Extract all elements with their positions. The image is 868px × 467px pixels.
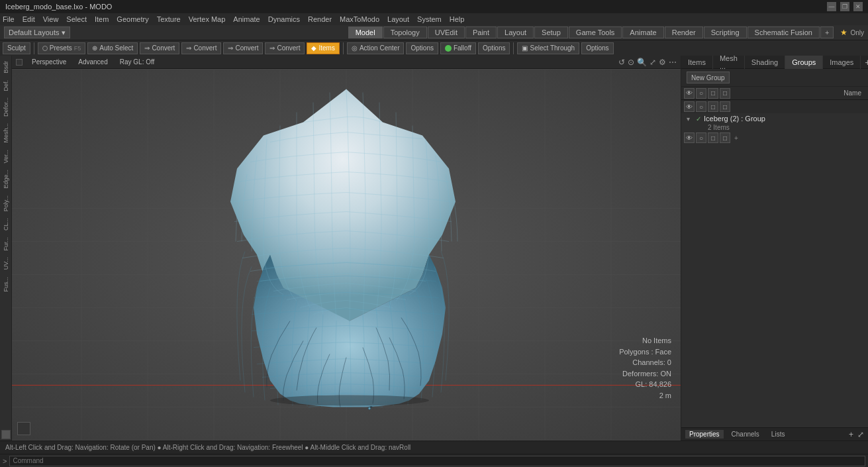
- toolbar-separator-3: [513, 42, 514, 54]
- rp-lock-icon[interactable]: □: [708, 88, 718, 99]
- right-tab-shading[interactable]: Shading: [745, 56, 785, 69]
- viewport-more-icon[interactable]: ⋯: [669, 58, 677, 67]
- convert3-button[interactable]: ⇒ Convert: [223, 42, 263, 54]
- tree-add-icon[interactable]: +: [734, 134, 738, 142]
- options1-button[interactable]: Options: [406, 42, 438, 54]
- tree-lock-icon-2[interactable]: □: [708, 132, 718, 143]
- tab-paint[interactable]: Paint: [465, 26, 497, 38]
- presets-button[interactable]: Presets F5: [38, 42, 85, 54]
- viewport-settings-icon[interactable]: ⚙: [659, 58, 666, 67]
- sidebar-tab-fur[interactable]: Fur...: [1, 234, 11, 254]
- menu-geometry[interactable]: Geometry: [117, 15, 148, 23]
- falloff-button[interactable]: Falloff: [440, 42, 476, 54]
- menu-layout[interactable]: Layout: [387, 15, 409, 23]
- sidebar-tab-fus[interactable]: Fus...: [1, 274, 11, 295]
- viewport-perspective-button[interactable]: Perspective: [29, 58, 69, 66]
- menu-system[interactable]: System: [417, 15, 442, 23]
- tab-animate[interactable]: Animate: [622, 26, 663, 38]
- sidebar-tab-mesh[interactable]: Mesh...: [1, 121, 11, 146]
- tab-render[interactable]: Render: [665, 26, 703, 38]
- menu-render[interactable]: Render: [308, 15, 332, 23]
- sculpt-button[interactable]: Sculpt: [3, 42, 30, 54]
- tree-settings-icon-2[interactable]: □: [720, 132, 730, 143]
- expand-bottom-panel-button[interactable]: ⤢: [857, 430, 864, 439]
- options2-button[interactable]: Options: [478, 42, 510, 54]
- sidebar-tab-ver[interactable]: Ver...: [1, 147, 11, 166]
- sidebar-tab-bsdr[interactable]: Bsdr: [1, 58, 11, 76]
- viewport[interactable]: Perspective Advanced Ray GL: Off ↺ ⊙ 🔍 ⤢…: [12, 56, 681, 441]
- menu-animate[interactable]: Animate: [233, 15, 260, 23]
- tree-row-icons-2: 👁 ○ □ □ +: [681, 131, 868, 144]
- tab-schematic[interactable]: Schematic Fusion: [747, 26, 820, 38]
- new-group-button[interactable]: New Group: [687, 72, 730, 83]
- action-center-button[interactable]: ◎ Action Center: [347, 42, 405, 54]
- command-input[interactable]: [9, 456, 865, 466]
- viewport-advanced-button[interactable]: Advanced: [75, 58, 110, 66]
- tab-scripting[interactable]: Scripting: [704, 26, 747, 38]
- viewport-maximize-icon[interactable]: ⤢: [650, 58, 656, 67]
- default-layouts-dropdown[interactable]: Default Layouts ▾: [4, 26, 70, 38]
- right-tab-groups[interactable]: Groups: [785, 56, 823, 69]
- add-bottom-tab-button[interactable]: +: [849, 430, 853, 439]
- viewport-nav-cube[interactable]: [17, 422, 30, 435]
- menu-vertexmap[interactable]: Vertex Map: [189, 15, 226, 23]
- command-bar: >: [0, 454, 868, 467]
- options3-button[interactable]: Options: [581, 42, 613, 54]
- rp-settings-icon[interactable]: □: [720, 88, 730, 99]
- menu-texture[interactable]: Texture: [157, 15, 181, 23]
- right-tab-mesh[interactable]: Mesh ...: [713, 56, 745, 69]
- bottom-tab-channels[interactable]: Channels: [728, 430, 763, 439]
- sidebar-tab-poly[interactable]: Poly...: [1, 193, 11, 214]
- menu-select[interactable]: Select: [66, 15, 87, 23]
- viewport-canvas[interactable]: No Items Polygons : Face Channels: 0 Def…: [12, 69, 681, 441]
- status-bar: Alt-Left Click and Drag: Navigation: Rot…: [0, 441, 868, 454]
- menu-view[interactable]: View: [43, 15, 59, 23]
- menu-item[interactable]: Item: [95, 15, 109, 23]
- right-tab-images[interactable]: Images: [823, 56, 861, 69]
- sidebar-tab-def[interactable]: Def.: [1, 78, 11, 94]
- items-button[interactable]: ◆ Items: [307, 42, 339, 54]
- menu-file[interactable]: File: [3, 15, 15, 23]
- add-right-tab-button[interactable]: +: [861, 57, 868, 68]
- sidebar-tab-defor[interactable]: Defor...: [1, 95, 11, 119]
- select-through-button[interactable]: ▣ Select Through: [517, 42, 579, 54]
- tab-gametools[interactable]: Game Tools: [569, 26, 622, 38]
- viewport-camera-icon[interactable]: ⊙: [628, 58, 634, 67]
- bottom-tab-properties[interactable]: Properties: [685, 430, 724, 439]
- tab-topology[interactable]: Topology: [383, 26, 427, 38]
- right-tab-items[interactable]: Items: [681, 56, 713, 69]
- menu-edit[interactable]: Edit: [23, 15, 35, 23]
- menu-help[interactable]: Help: [450, 15, 465, 23]
- sidebar-tab-uv[interactable]: UV...: [1, 254, 11, 272]
- tree-lock-icon[interactable]: □: [708, 101, 718, 112]
- sidebar-tab-cl[interactable]: CL...: [1, 215, 11, 233]
- minimize-button[interactable]: —: [827, 2, 836, 11]
- tree-settings-icon[interactable]: □: [720, 101, 730, 112]
- tab-uvedit[interactable]: UVEdit: [428, 26, 465, 38]
- tree-eye-icon-2[interactable]: 👁: [684, 132, 695, 143]
- viewport-raygl-button[interactable]: Ray GL: Off: [117, 58, 158, 66]
- restore-button[interactable]: ❐: [840, 2, 849, 11]
- close-button[interactable]: ✕: [853, 2, 863, 11]
- convert2-button[interactable]: ⇒ Convert: [181, 42, 221, 54]
- mini-square-icon[interactable]: [1, 430, 11, 439]
- tab-layout[interactable]: Layout: [497, 26, 534, 38]
- convert1-button[interactable]: ⇒ Convert: [140, 42, 179, 54]
- viewport-zoom-icon[interactable]: 🔍: [637, 58, 647, 67]
- auto-select-button[interactable]: ⊕ Auto Select: [87, 42, 138, 54]
- tree-render-icon[interactable]: ○: [696, 101, 706, 112]
- rp-render-icon[interactable]: ○: [696, 88, 706, 99]
- sidebar-tab-edge[interactable]: Edge...: [1, 167, 11, 191]
- tree-eye-icon[interactable]: 👁: [684, 101, 695, 112]
- tab-setup[interactable]: Setup: [534, 26, 568, 38]
- convert4-button[interactable]: ⇒ Convert: [265, 42, 305, 54]
- menu-maxtomodo[interactable]: MaxToModo: [340, 15, 379, 23]
- menu-dynamics[interactable]: Dynamics: [268, 15, 300, 23]
- add-layout-tab-button[interactable]: +: [820, 26, 834, 38]
- bottom-tab-lists[interactable]: Lists: [767, 430, 789, 439]
- group-tree-item[interactable]: ▾ ✓ Iceberg (2) : Group: [681, 113, 868, 124]
- rp-eye-icon[interactable]: 👁: [684, 88, 695, 99]
- viewport-refresh-icon[interactable]: ↺: [618, 58, 625, 67]
- tab-model[interactable]: Model: [348, 26, 383, 38]
- tree-render-icon-2[interactable]: ○: [696, 132, 706, 143]
